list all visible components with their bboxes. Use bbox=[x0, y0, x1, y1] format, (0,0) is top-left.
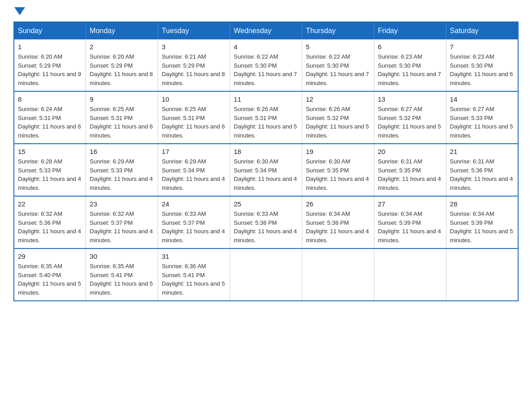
day-number: 23 bbox=[90, 200, 154, 208]
day-info: Sunrise: 6:22 AM Sunset: 5:30 PM Dayligh… bbox=[306, 52, 370, 87]
calendar-cell: 9 Sunrise: 6:25 AM Sunset: 5:31 PM Dayli… bbox=[86, 91, 158, 144]
day-info: Sunrise: 6:35 AM Sunset: 5:41 PM Dayligh… bbox=[90, 262, 154, 297]
calendar-cell: 13 Sunrise: 6:27 AM Sunset: 5:32 PM Dayl… bbox=[374, 91, 446, 144]
calendar-cell: 14 Sunrise: 6:27 AM Sunset: 5:33 PM Dayl… bbox=[446, 91, 518, 144]
calendar-cell: 31 Sunrise: 6:36 AM Sunset: 5:41 PM Dayl… bbox=[158, 248, 230, 301]
calendar-cell: 6 Sunrise: 6:23 AM Sunset: 5:30 PM Dayli… bbox=[374, 39, 446, 91]
day-info: Sunrise: 6:30 AM Sunset: 5:35 PM Dayligh… bbox=[306, 157, 370, 192]
calendar-week-row: 1 Sunrise: 6:20 AM Sunset: 5:29 PM Dayli… bbox=[14, 39, 518, 91]
calendar-cell: 29 Sunrise: 6:35 AM Sunset: 5:40 PM Dayl… bbox=[14, 248, 86, 301]
day-info: Sunrise: 6:23 AM Sunset: 5:30 PM Dayligh… bbox=[450, 52, 514, 87]
day-number: 25 bbox=[234, 200, 298, 208]
day-info: Sunrise: 6:26 AM Sunset: 5:31 PM Dayligh… bbox=[234, 105, 298, 140]
calendar-cell bbox=[446, 248, 518, 301]
day-info: Sunrise: 6:27 AM Sunset: 5:32 PM Dayligh… bbox=[378, 105, 442, 140]
day-info: Sunrise: 6:32 AM Sunset: 5:36 PM Dayligh… bbox=[18, 210, 82, 244]
day-number: 12 bbox=[306, 95, 370, 103]
day-info: Sunrise: 6:28 AM Sunset: 5:33 PM Dayligh… bbox=[18, 157, 82, 192]
weekday-header-wednesday: Wednesday bbox=[230, 22, 302, 39]
day-number: 4 bbox=[234, 43, 298, 51]
calendar-cell: 22 Sunrise: 6:32 AM Sunset: 5:36 PM Dayl… bbox=[14, 196, 86, 248]
day-number: 10 bbox=[162, 95, 226, 103]
day-number: 3 bbox=[162, 43, 226, 51]
day-info: Sunrise: 6:29 AM Sunset: 5:34 PM Dayligh… bbox=[162, 157, 226, 192]
calendar-cell: 2 Sunrise: 6:20 AM Sunset: 5:29 PM Dayli… bbox=[86, 39, 158, 91]
day-number: 27 bbox=[378, 200, 442, 208]
logo-triangle-icon bbox=[14, 7, 25, 15]
day-number: 2 bbox=[90, 43, 154, 51]
weekday-header-tuesday: Tuesday bbox=[158, 22, 230, 39]
calendar-cell: 7 Sunrise: 6:23 AM Sunset: 5:30 PM Dayli… bbox=[446, 39, 518, 91]
calendar-cell: 17 Sunrise: 6:29 AM Sunset: 5:34 PM Dayl… bbox=[158, 144, 230, 196]
page-header bbox=[13, 9, 519, 13]
day-info: Sunrise: 6:21 AM Sunset: 5:29 PM Dayligh… bbox=[162, 52, 226, 87]
calendar-cell bbox=[374, 248, 446, 301]
day-info: Sunrise: 6:33 AM Sunset: 5:38 PM Dayligh… bbox=[234, 210, 298, 244]
calendar-cell: 12 Sunrise: 6:26 AM Sunset: 5:32 PM Dayl… bbox=[302, 91, 374, 144]
calendar-cell: 8 Sunrise: 6:24 AM Sunset: 5:31 PM Dayli… bbox=[14, 91, 86, 144]
calendar-header-row: SundayMondayTuesdayWednesdayThursdayFrid… bbox=[14, 22, 518, 39]
day-info: Sunrise: 6:22 AM Sunset: 5:30 PM Dayligh… bbox=[234, 52, 298, 87]
day-number: 11 bbox=[234, 95, 298, 103]
calendar-cell: 4 Sunrise: 6:22 AM Sunset: 5:30 PM Dayli… bbox=[230, 39, 302, 91]
calendar-cell: 28 Sunrise: 6:34 AM Sunset: 5:39 PM Dayl… bbox=[446, 196, 518, 248]
calendar-cell: 11 Sunrise: 6:26 AM Sunset: 5:31 PM Dayl… bbox=[230, 91, 302, 144]
day-number: 30 bbox=[90, 253, 154, 260]
day-number: 14 bbox=[450, 95, 514, 103]
day-number: 16 bbox=[90, 148, 154, 155]
weekday-header-thursday: Thursday bbox=[302, 22, 374, 39]
day-number: 5 bbox=[306, 43, 370, 51]
calendar-table: SundayMondayTuesdayWednesdayThursdayFrid… bbox=[13, 21, 519, 301]
day-number: 8 bbox=[18, 95, 82, 103]
day-info: Sunrise: 6:26 AM Sunset: 5:32 PM Dayligh… bbox=[306, 105, 370, 140]
weekday-header-saturday: Saturday bbox=[446, 22, 518, 39]
calendar-cell: 18 Sunrise: 6:30 AM Sunset: 5:34 PM Dayl… bbox=[230, 144, 302, 196]
day-number: 15 bbox=[18, 148, 82, 155]
calendar-cell bbox=[302, 248, 374, 301]
day-info: Sunrise: 6:34 AM Sunset: 5:39 PM Dayligh… bbox=[450, 210, 514, 244]
calendar-cell: 19 Sunrise: 6:30 AM Sunset: 5:35 PM Dayl… bbox=[302, 144, 374, 196]
calendar-cell: 20 Sunrise: 6:31 AM Sunset: 5:35 PM Dayl… bbox=[374, 144, 446, 196]
day-info: Sunrise: 6:23 AM Sunset: 5:30 PM Dayligh… bbox=[378, 52, 442, 87]
calendar-cell: 21 Sunrise: 6:31 AM Sunset: 5:36 PM Dayl… bbox=[446, 144, 518, 196]
day-number: 28 bbox=[450, 200, 514, 208]
weekday-header-monday: Monday bbox=[86, 22, 158, 39]
calendar-week-row: 15 Sunrise: 6:28 AM Sunset: 5:33 PM Dayl… bbox=[14, 144, 518, 196]
day-number: 29 bbox=[18, 253, 82, 260]
calendar-cell: 25 Sunrise: 6:33 AM Sunset: 5:38 PM Dayl… bbox=[230, 196, 302, 248]
calendar-cell: 10 Sunrise: 6:25 AM Sunset: 5:31 PM Dayl… bbox=[158, 91, 230, 144]
weekday-header-sunday: Sunday bbox=[14, 22, 86, 39]
day-number: 13 bbox=[378, 95, 442, 103]
calendar-cell: 26 Sunrise: 6:34 AM Sunset: 5:38 PM Dayl… bbox=[302, 196, 374, 248]
calendar-cell: 30 Sunrise: 6:35 AM Sunset: 5:41 PM Dayl… bbox=[86, 248, 158, 301]
day-number: 7 bbox=[450, 43, 514, 51]
day-number: 26 bbox=[306, 200, 370, 208]
day-number: 17 bbox=[162, 148, 226, 155]
weekday-header-friday: Friday bbox=[374, 22, 446, 39]
calendar-cell: 16 Sunrise: 6:29 AM Sunset: 5:33 PM Dayl… bbox=[86, 144, 158, 196]
day-info: Sunrise: 6:30 AM Sunset: 5:34 PM Dayligh… bbox=[234, 157, 298, 192]
logo bbox=[13, 9, 25, 13]
day-info: Sunrise: 6:35 AM Sunset: 5:40 PM Dayligh… bbox=[18, 262, 82, 297]
calendar-week-row: 22 Sunrise: 6:32 AM Sunset: 5:36 PM Dayl… bbox=[14, 196, 518, 248]
calendar-cell: 27 Sunrise: 6:34 AM Sunset: 5:39 PM Dayl… bbox=[374, 196, 446, 248]
day-info: Sunrise: 6:33 AM Sunset: 5:37 PM Dayligh… bbox=[162, 210, 226, 244]
day-number: 21 bbox=[450, 148, 514, 155]
day-number: 31 bbox=[162, 253, 226, 260]
calendar-cell: 24 Sunrise: 6:33 AM Sunset: 5:37 PM Dayl… bbox=[158, 196, 230, 248]
calendar-cell: 3 Sunrise: 6:21 AM Sunset: 5:29 PM Dayli… bbox=[158, 39, 230, 91]
day-info: Sunrise: 6:32 AM Sunset: 5:37 PM Dayligh… bbox=[90, 210, 154, 244]
day-number: 9 bbox=[90, 95, 154, 103]
day-info: Sunrise: 6:20 AM Sunset: 5:29 PM Dayligh… bbox=[90, 52, 154, 87]
calendar-week-row: 8 Sunrise: 6:24 AM Sunset: 5:31 PM Dayli… bbox=[14, 91, 518, 144]
day-number: 18 bbox=[234, 148, 298, 155]
day-info: Sunrise: 6:31 AM Sunset: 5:36 PM Dayligh… bbox=[450, 157, 514, 192]
calendar-cell: 23 Sunrise: 6:32 AM Sunset: 5:37 PM Dayl… bbox=[86, 196, 158, 248]
calendar-cell: 15 Sunrise: 6:28 AM Sunset: 5:33 PM Dayl… bbox=[14, 144, 86, 196]
day-info: Sunrise: 6:27 AM Sunset: 5:33 PM Dayligh… bbox=[450, 105, 514, 140]
day-number: 24 bbox=[162, 200, 226, 208]
calendar-cell: 5 Sunrise: 6:22 AM Sunset: 5:30 PM Dayli… bbox=[302, 39, 374, 91]
day-number: 20 bbox=[378, 148, 442, 155]
calendar-week-row: 29 Sunrise: 6:35 AM Sunset: 5:40 PM Dayl… bbox=[14, 248, 518, 301]
day-info: Sunrise: 6:20 AM Sunset: 5:29 PM Dayligh… bbox=[18, 52, 82, 87]
